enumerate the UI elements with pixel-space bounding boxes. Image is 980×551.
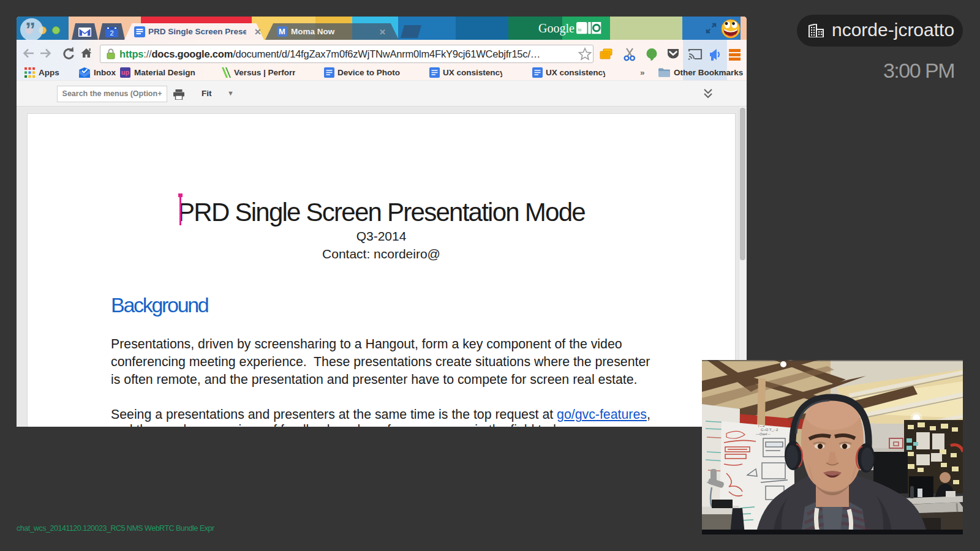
svg-text:C~O T_-·2: C~O T_-·2 xyxy=(761,428,778,432)
svg-text:2: 2 xyxy=(110,29,113,37)
svg-text:f ~·•r: f ~·•r xyxy=(758,424,765,428)
svg-text:”: ” xyxy=(25,18,36,41)
svg-text:—Ow•l –: —Ow•l – xyxy=(756,432,771,436)
svg-text:io: io xyxy=(578,28,582,32)
